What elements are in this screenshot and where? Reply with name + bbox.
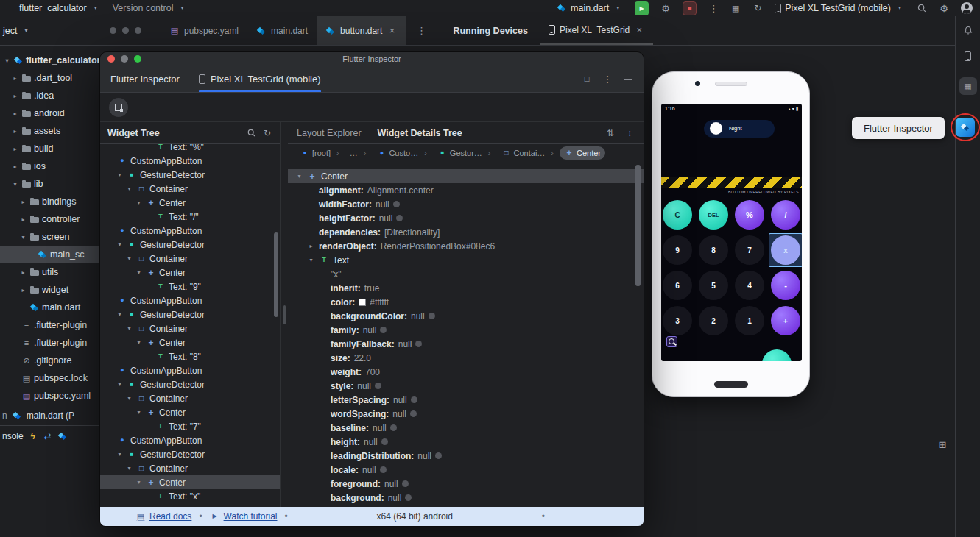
detail-row[interactable]: inherit: true [288, 281, 644, 295]
widget-tree-row[interactable]: Center [100, 405, 280, 419]
widget-tree-row[interactable]: GestureDetector [100, 168, 280, 182]
tree-chevron-icon[interactable] [19, 199, 27, 205]
scrollbar-thumb[interactable] [635, 165, 641, 286]
layout-grid-icon[interactable] [937, 439, 948, 449]
device-manager-icon[interactable] [965, 51, 971, 61]
detail-row[interactable]: alignment: Alignment.center [288, 183, 644, 197]
tree-chevron-icon[interactable] [19, 269, 27, 276]
calculator-key[interactable]: 1 [735, 306, 764, 335]
pane-splitter[interactable] [281, 122, 288, 507]
notifications-bell-icon[interactable] [963, 25, 973, 35]
calculator-key[interactable]: + [771, 306, 800, 335]
tree-chevron-icon[interactable] [116, 241, 124, 248]
breadcrumb-item[interactable]: [root] [295, 146, 344, 160]
tree-chevron-icon[interactable] [116, 171, 124, 178]
detail-row[interactable]: "x" [288, 267, 644, 281]
settings-gear-icon[interactable] [939, 3, 949, 13]
tree-chevron-icon[interactable] [11, 110, 19, 117]
breadcrumb-item[interactable]: Custo… [372, 146, 431, 160]
project-tree-row[interactable]: .flutter-plugin [0, 316, 99, 334]
console-tab-label[interactable]: nsole [2, 431, 24, 441]
calculator-key[interactable]: 3 [663, 306, 692, 335]
running-devices-toolwindow-icon[interactable] [959, 77, 977, 95]
detail-row[interactable]: backgroundColor: null [288, 309, 644, 323]
tree-chevron-icon[interactable] [19, 234, 27, 241]
tree-chevron-icon[interactable] [19, 287, 27, 294]
calculator-key[interactable]: % [735, 200, 764, 230]
project-tree-row[interactable]: flutter_calculator [0, 51, 99, 69]
calculator-key[interactable]: 6 [663, 271, 692, 300]
calculator-key[interactable]: DEL [699, 200, 728, 230]
calculator-key[interactable]: C [663, 200, 692, 230]
read-docs-link[interactable]: Read docs [135, 511, 191, 522]
window-titlebar[interactable]: Flutter Inspector [100, 52, 644, 65]
run-tab-label[interactable]: main.dart (P [27, 410, 74, 421]
detail-row[interactable]: color: #ffffff [288, 295, 644, 309]
tab-flutter-inspector[interactable]: Flutter Inspector [110, 65, 180, 92]
tree-chevron-icon[interactable] [11, 75, 19, 82]
detail-row[interactable]: size: 22.0 [288, 351, 644, 365]
project-tree-row[interactable]: .idea [0, 87, 99, 104]
tree-chevron-icon[interactable] [135, 269, 143, 276]
inspector-select-badge[interactable] [666, 336, 677, 347]
night-toggle[interactable] [710, 122, 722, 135]
vcs-selector[interactable]: Version control [113, 3, 188, 13]
widget-tree-row[interactable]: Center [100, 196, 280, 210]
project-tree-row[interactable]: pubspec.yaml [0, 387, 99, 405]
calculator-key[interactable]: 8 [699, 235, 728, 265]
project-tree-row[interactable]: android [0, 104, 99, 122]
widget-tree-row[interactable]: GestureDetector [100, 377, 280, 391]
detail-row[interactable]: letterSpacing: null [288, 393, 644, 407]
detail-row[interactable]: height: null [288, 435, 644, 449]
project-tree-row[interactable]: .dart_tool [0, 69, 99, 87]
project-tree-row[interactable]: lib [0, 175, 99, 193]
tree-chevron-icon[interactable] [125, 325, 133, 332]
calculator-key[interactable]: 5 [699, 271, 728, 300]
project-tree-row[interactable]: ios [0, 157, 99, 175]
widget-tree-row[interactable]: CustomAppButton [100, 294, 280, 307]
tree-chevron-icon[interactable] [11, 146, 19, 152]
close-tab-icon[interactable] [634, 25, 644, 35]
expand-all-icon[interactable] [605, 128, 616, 138]
scrollbar-thumb[interactable] [274, 232, 278, 317]
widget-tree-row[interactable]: CustomAppButton [100, 433, 280, 447]
flutter-inspector-action-icon[interactable] [956, 118, 975, 137]
search-icon[interactable] [246, 128, 256, 138]
detail-row[interactable]: Text [288, 253, 644, 267]
zoom-button[interactable] [134, 55, 141, 63]
widget-tree-row[interactable]: Container [100, 391, 280, 405]
collapse-all-icon[interactable] [624, 128, 635, 138]
detail-row[interactable]: leadingDistribution: null [288, 449, 644, 463]
lightning-bolt-icon[interactable] [28, 431, 38, 441]
close-tab-icon[interactable] [387, 26, 397, 36]
tree-chevron-icon[interactable] [116, 451, 124, 458]
tree-chevron-icon[interactable] [19, 216, 27, 223]
project-tree-row[interactable]: bindings [0, 193, 99, 210]
editor-tab[interactable]: button.dart [317, 16, 406, 45]
widget-tree-row[interactable]: Container [100, 252, 280, 266]
widget-tree-row[interactable]: CustomAppButton [100, 224, 280, 238]
close-button[interactable] [107, 55, 115, 63]
search-everywhere-icon[interactable] [917, 3, 927, 13]
breadcrumb-item[interactable]: … [345, 146, 371, 160]
widget-tree-row[interactable]: Center [100, 475, 280, 489]
widget-tree-row[interactable]: Text: "7" [100, 419, 280, 433]
run-configuration-selector[interactable]: main.dart [557, 3, 623, 13]
project-tree-row[interactable]: utils [0, 263, 99, 281]
select-widget-mode-button[interactable] [109, 98, 128, 117]
widget-tree-row[interactable]: Container [100, 321, 280, 335]
tree-chevron-icon[interactable] [135, 339, 143, 346]
widget-tree-row[interactable]: CustomAppButton [100, 363, 280, 377]
detail-row[interactable]: baseline: null [288, 421, 644, 435]
device-tab[interactable]: Pixel XL_TestGrid [540, 16, 653, 45]
project-tree-row[interactable]: build [0, 140, 99, 157]
breadcrumb-item[interactable]: Contai… [497, 146, 558, 160]
detail-row[interactable]: widthFactor: null [288, 197, 644, 211]
widget-tree-row[interactable]: Text: "/" [100, 210, 280, 224]
zoom-button[interactable] [135, 27, 141, 34]
tree-chevron-icon[interactable] [307, 257, 315, 263]
tree-chevron-icon[interactable] [135, 409, 143, 416]
tree-chevron-icon[interactable] [295, 173, 303, 179]
tree-chevron-icon[interactable] [11, 93, 19, 99]
layout-tools-icon[interactable] [730, 3, 741, 13]
